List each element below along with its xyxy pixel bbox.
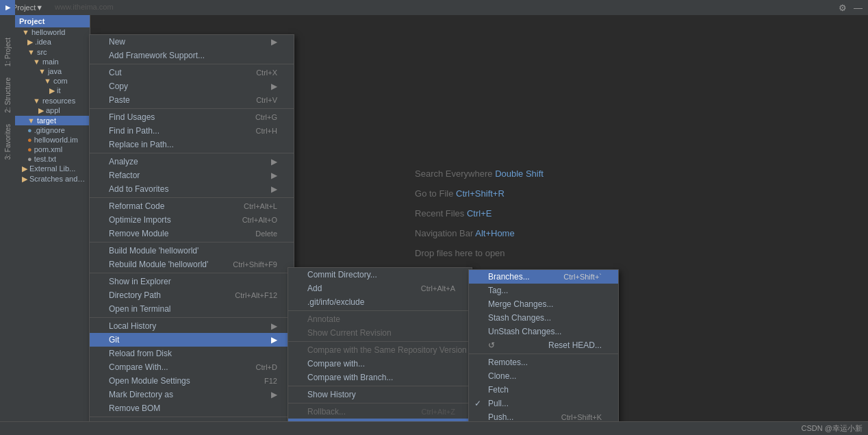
project-panel: Project ▼helloworld ▶.idea ▼src ▼main ▼j… [15,15,90,435]
menu-find-in-path[interactable]: Find in Path... Ctrl+H [90,124,294,138]
tree-item-idea[interactable]: ▶.idea [15,37,90,47]
separator [288,341,472,342]
menu-directory-path[interactable]: Directory Path Ctrl+Alt+F12 [90,288,294,302]
menu-git[interactable]: Git ▶ [90,333,294,347]
menu-paste[interactable]: Paste Ctrl+V [90,93,294,107]
menu-cut[interactable]: Cut Ctrl+X [90,66,294,79]
separator [90,273,294,273]
hint-search-everywhere: Search Everywhere Double Shift [415,169,544,179]
menu-local-history[interactable]: Local History ▶ [90,319,294,333]
menu-analyze[interactable]: Analyze ▶ [90,155,294,169]
separator [469,353,618,354]
tree-item-it[interactable]: ▶it [15,86,90,96]
repo-menu-remotes[interactable]: Remotes... [469,356,618,369]
editor-hints: Search Everywhere Double Shift Go to Fil… [415,169,544,268]
tree-item-main[interactable]: ▼main [15,57,90,66]
sidebar: 1: Project 2: Structure 3: Favorites [0,15,15,435]
repo-menu-reset-head[interactable]: ↺Reset HEAD... [469,338,618,352]
menu-reload-from-disk[interactable]: Reload from Disk [90,347,294,360]
tree-item-com[interactable]: ▼com [15,76,90,86]
git-menu-rollback: Rollback... Ctrl+Alt+Z [288,405,472,419]
tree-item-helloworld-im[interactable]: ●helloworld.im [15,135,90,145]
separator [288,386,472,386]
tree-item-test-txt[interactable]: ●test.txt [15,154,90,164]
project-selector[interactable]: Project▼ [12,3,43,12]
tree-item-appl[interactable]: ▶appl [15,105,90,116]
menu-build-module[interactable]: Build Module 'helloworld' [90,244,294,258]
repo-menu-pull[interactable]: ✓ Pull... [469,397,618,410]
git-menu-add[interactable]: Add Ctrl+Alt+A [288,282,472,295]
repo-menu-branches[interactable]: Branches... Ctrl+Shift+` [469,270,618,284]
sidebar-item-project[interactable]: 1: Project [4,36,12,69]
git-menu-compare-with-branch[interactable]: Compare with Branch... [288,371,472,384]
tree-item-pom-xml[interactable]: ●pom.xml [15,145,90,154]
menu-copy[interactable]: Copy ▶ [90,79,294,93]
logo-icon: ▶ [5,4,10,11]
menu-remove-bom[interactable]: Remove BOM [90,401,294,415]
separator [90,108,294,109]
menu-refactor[interactable]: Refactor ▶ [90,169,294,182]
menu-compare-with[interactable]: Compare With... Ctrl+D [90,360,294,374]
repo-menu-tag[interactable]: Tag... [469,284,618,297]
menu-new[interactable]: New ▶ [90,35,294,49]
menu-reformat[interactable]: Reformat Code Ctrl+Alt+L [90,199,294,213]
tree-item-helloworld[interactable]: ▼helloworld [15,27,90,37]
hint-navigation-bar: Navigation Bar Alt+Home [415,228,544,238]
tree-item-java[interactable]: ▼java [15,66,90,76]
git-submenu: Commit Directory... Add Ctrl+Alt+A .git/… [288,267,472,433]
hint-drop-files: Drop files here to open [415,248,544,258]
hint-goto-file: Go to File Ctrl+Shift+R [415,188,544,199]
separator [288,310,472,311]
watermark: www.itheima.com [55,3,114,11]
settings-button[interactable]: ⚙ [839,3,847,13]
menu-replace-in-path[interactable]: Replace in Path... [90,138,294,151]
repo-menu-merge-changes[interactable]: Merge Changes... [469,297,618,311]
separator [90,153,294,153]
sidebar-item-structure[interactable]: 2: Structure [4,75,12,115]
git-menu-compare-same-repo: Compare with the Same Repository Version [288,343,472,357]
menu-rebuild-module[interactable]: Rebuild Module 'helloworld' Ctrl+Shift+F… [90,258,294,271]
separator [90,417,294,417]
repo-menu-fetch[interactable]: Fetch [469,383,618,397]
tree-item-external-libraries[interactable]: ▶External Lib... [15,164,90,174]
panel-header: Project [15,15,90,27]
sidebar-item-favorites[interactable]: 3: Favorites [4,122,12,162]
separator [288,403,472,403]
menu-remove-module[interactable]: Remove Module Delete [90,227,294,240]
git-menu-annotate: Annotate [288,312,472,326]
bottom-bar: CSDN @幸运小新 [0,421,868,435]
separator [90,197,294,198]
repo-menu-stash-changes[interactable]: Stash Changes... [469,311,618,325]
tree-item-src[interactable]: ▼src [15,47,90,57]
bottom-bar-right: CSDN @幸运小新 [802,423,863,434]
menu-show-in-explorer[interactable]: Show in Explorer [90,275,294,288]
tree-item-resources[interactable]: ▼resources [15,96,90,105]
menu-find-usages[interactable]: Find Usages Ctrl+G [90,110,294,124]
tree-item-gitignore[interactable]: ●.gitignore [15,125,90,135]
tree-item-target[interactable]: ▼target [15,116,90,125]
separator [90,317,294,318]
top-bar: ▶ Project▼ www.itheima.com ⚙ — [0,0,868,15]
primary-context-menu: New ▶ Add Framework Support... Cut Ctrl+… [89,34,294,435]
separator [90,242,294,243]
git-menu-commit-dir[interactable]: Commit Directory... [288,268,472,282]
repo-menu-unstash-changes[interactable]: UnStash Changes... [469,325,618,338]
repo-submenu: Branches... Ctrl+Shift+` Tag... Merge Ch… [468,269,619,435]
menu-optimize-imports[interactable]: Optimize Imports Ctrl+Alt+O [90,213,294,227]
git-menu-show-current-revision: Show Current Revision [288,326,472,340]
menu-add-to-favorites[interactable]: Add to Favorites ▶ [90,182,294,196]
hint-recent-files: Recent Files Ctrl+E [415,208,544,219]
menu-add-framework[interactable]: Add Framework Support... [90,49,294,62]
menu-open-in-terminal[interactable]: Open in Terminal [90,302,294,316]
separator [90,64,294,64]
tree-item-scratches[interactable]: ▶Scratches and Cc [15,174,90,184]
menu-open-module-settings[interactable]: Open Module Settings F12 [90,374,294,388]
minimize-button[interactable]: — [854,3,863,13]
repo-menu-clone[interactable]: Clone... [469,369,618,383]
git-menu-gitinfo-exclude[interactable]: .git/info/exclude [288,295,472,309]
git-menu-compare-with[interactable]: Compare with... [288,357,472,371]
app-logo: ▶ [0,0,15,15]
git-menu-show-history[interactable]: Show History [288,388,472,401]
menu-mark-directory-as[interactable]: Mark Directory as ▶ [90,388,294,401]
